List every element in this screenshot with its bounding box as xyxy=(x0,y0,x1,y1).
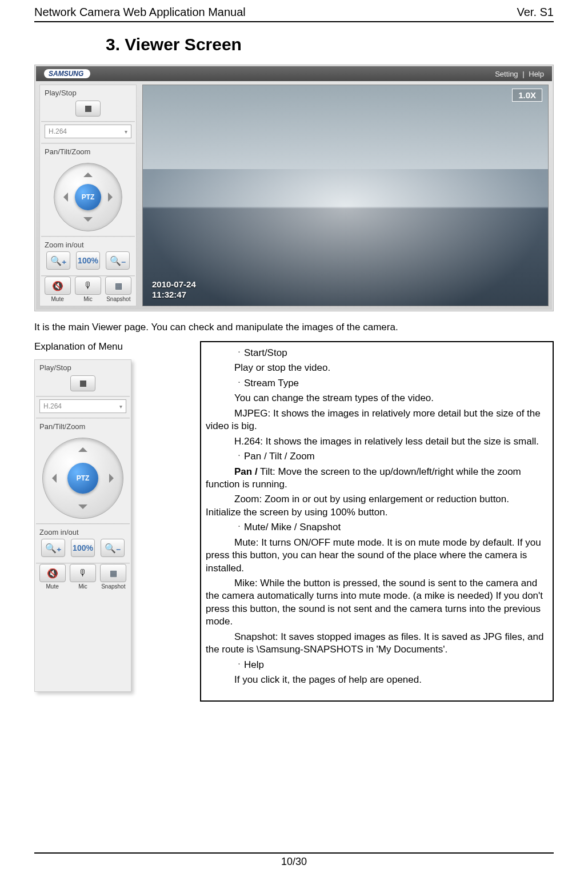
desc-stream-2: MJPEG: It shows the images in relatively… xyxy=(206,407,546,433)
chevron-down-icon-2: ▾ xyxy=(119,403,122,410)
ptz-label: Pan/Tilt/Zoom xyxy=(40,144,136,157)
mic-label: Mic xyxy=(83,296,93,302)
mute-button-2[interactable]: 🔇 Mute xyxy=(39,564,66,590)
snapshot-button-2[interactable]: ▦ Snapshot xyxy=(99,564,127,590)
control-panel: Play/Stop H.264 ▾ Pan/Tilt/Zoom xyxy=(39,85,137,306)
description-box: ㆍStart/Stop Play or stop the video. ㆍStr… xyxy=(200,341,554,702)
ptz-wheel[interactable]: PTZ xyxy=(54,163,122,231)
zoom-out-icon: 🔍₋ xyxy=(110,255,126,266)
stream-type-value: H.264 xyxy=(49,127,67,135)
mic-button-2[interactable]: 🎙 Mic xyxy=(69,564,97,590)
video-time: 11:32:47 xyxy=(152,290,196,300)
zoom-out-button-2[interactable]: 🔍₋ xyxy=(101,539,125,557)
zoom-100-button[interactable]: 100% xyxy=(76,251,100,270)
viewer-screenshot: SAMSUNG Setting | Help Play/Stop H.264 ▾ xyxy=(34,65,554,311)
zoom-in-button-2[interactable]: 🔍₊ xyxy=(41,539,65,557)
mic-icon-2: 🎙 xyxy=(78,568,87,578)
ptz-center-button[interactable]: PTZ xyxy=(75,184,101,210)
stop-icon-2 xyxy=(80,381,86,387)
header-left: Network Camera Web Application Manual xyxy=(34,6,246,19)
desc-mms-3: Snapshot: It saves stopped images as fil… xyxy=(206,631,546,656)
intro-text: It is the main Viewer page. You can chec… xyxy=(34,322,554,333)
play-stop-label: Play/Stop xyxy=(40,85,136,98)
ptz-left-icon-2[interactable] xyxy=(47,474,57,483)
desc-mms-2: Mike: While the button is pressed, the s… xyxy=(206,577,546,628)
control-panel-figure: Play/Stop H.264 ▾ Pan/Tilt/Zoom xyxy=(34,359,131,692)
desc-stream-h: ㆍStream Type xyxy=(206,377,546,390)
ptz-center-button-2[interactable]: PTZ xyxy=(67,463,98,494)
mic-icon: 🎙 xyxy=(83,281,93,291)
topbar-sep: | xyxy=(522,70,524,78)
ptz-up-icon-2[interactable] xyxy=(78,443,87,452)
desc-stream-1: You can change the stream types of the v… xyxy=(206,392,546,405)
desc-mms-h: ㆍMute/ Mike / Snapshot xyxy=(206,521,546,534)
page-header: Network Camera Web Application Manual Ve… xyxy=(34,6,554,22)
setting-link[interactable]: Setting xyxy=(495,70,518,78)
mute-icon-2: 🔇 xyxy=(47,568,58,579)
desc-ptz-h: ㆍPan / Tilt / Zoom xyxy=(206,450,546,463)
snapshot-icon: ▦ xyxy=(115,281,122,290)
desc-help-h: ㆍHelp xyxy=(206,659,546,671)
zoom-label-2: Zoom in/out xyxy=(35,524,131,538)
ptz-right-icon-2[interactable] xyxy=(109,474,118,483)
video-pane: 1.0X 2010-07-24 11:32:47 xyxy=(142,85,549,306)
desc-help-b: If you click it, the pages of help are o… xyxy=(206,674,546,686)
zoom-in-icon-2: 🔍₊ xyxy=(45,543,61,554)
mic-button[interactable]: 🎙 Mic xyxy=(74,277,102,302)
snapshot-icon-2: ▦ xyxy=(110,568,117,578)
stream-type-value-2: H.264 xyxy=(43,402,62,410)
video-date: 2010-07-24 xyxy=(152,279,196,290)
desc-startstop-h: ㆍStart/Stop xyxy=(206,347,546,359)
mute-button[interactable]: 🔇 Mute xyxy=(44,277,71,302)
play-stop-button[interactable] xyxy=(75,101,101,117)
stream-type-select-2[interactable]: H.264 ▾ xyxy=(39,399,126,413)
zoom-label: Zoom in/out xyxy=(40,237,136,250)
chevron-down-icon: ▾ xyxy=(125,129,127,135)
ptz-down-icon[interactable] xyxy=(83,217,93,226)
zoom-100-label-2: 100% xyxy=(73,543,93,552)
snapshot-label: Snapshot xyxy=(106,296,130,302)
zoom-out-button[interactable]: 🔍₋ xyxy=(106,251,130,270)
play-stop-label-2: Play/Stop xyxy=(35,360,131,373)
desc-stream-3: H.264: It shows the images in relatively… xyxy=(206,435,546,448)
header-right: Ver. S1 xyxy=(517,6,554,19)
zoom-indicator: 1.0X xyxy=(512,89,542,102)
snapshot-label-2: Snapshot xyxy=(101,583,125,590)
mic-label-2: Mic xyxy=(78,583,87,590)
mute-icon: 🔇 xyxy=(52,281,63,291)
help-link[interactable]: Help xyxy=(529,70,544,78)
desc-startstop-b: Play or stop the video. xyxy=(206,362,546,374)
mute-label: Mute xyxy=(51,296,64,302)
ptz-right-icon[interactable] xyxy=(108,193,117,202)
zoom-out-icon-2: 🔍₋ xyxy=(105,543,121,554)
ptz-wheel-2[interactable]: PTZ xyxy=(42,438,123,519)
menu-column-title: Explanation of Menu xyxy=(34,341,183,353)
desc-ptz-2: Zoom: Zoom in or out by using enlargemen… xyxy=(206,493,546,519)
ptz-left-icon[interactable] xyxy=(59,193,68,202)
desc-ptz-1: Pan / Tilt: Move the screen to the up/do… xyxy=(206,466,546,491)
ptz-label-2: Pan/Tilt/Zoom xyxy=(35,419,131,432)
brand-logo: SAMSUNG xyxy=(44,69,90,78)
viewer-topbar: SAMSUNG Setting | Help xyxy=(36,66,552,81)
page-footer: 10/30 xyxy=(34,852,554,868)
stream-type-select[interactable]: H.264 ▾ xyxy=(45,125,131,138)
mute-label-2: Mute xyxy=(46,583,59,590)
zoom-100-button-2[interactable]: 100% xyxy=(71,539,95,557)
snapshot-button[interactable]: ▦ Snapshot xyxy=(105,277,132,302)
desc-mms-1: Mute: It turns ON/OFF mute mode. It is o… xyxy=(206,536,546,575)
zoom-in-button[interactable]: 🔍₊ xyxy=(46,251,70,270)
zoom-in-icon: 🔍₊ xyxy=(50,255,66,266)
section-title: 3. Viewer Screen xyxy=(106,35,554,54)
ptz-down-icon-2[interactable] xyxy=(78,504,87,514)
stop-icon xyxy=(85,106,91,112)
zoom-100-label: 100% xyxy=(78,256,98,265)
video-timestamp: 2010-07-24 11:32:47 xyxy=(152,279,196,300)
topbar-right: Setting | Help xyxy=(493,70,544,78)
play-stop-button-2[interactable] xyxy=(70,375,95,391)
ptz-up-icon[interactable] xyxy=(83,168,93,177)
